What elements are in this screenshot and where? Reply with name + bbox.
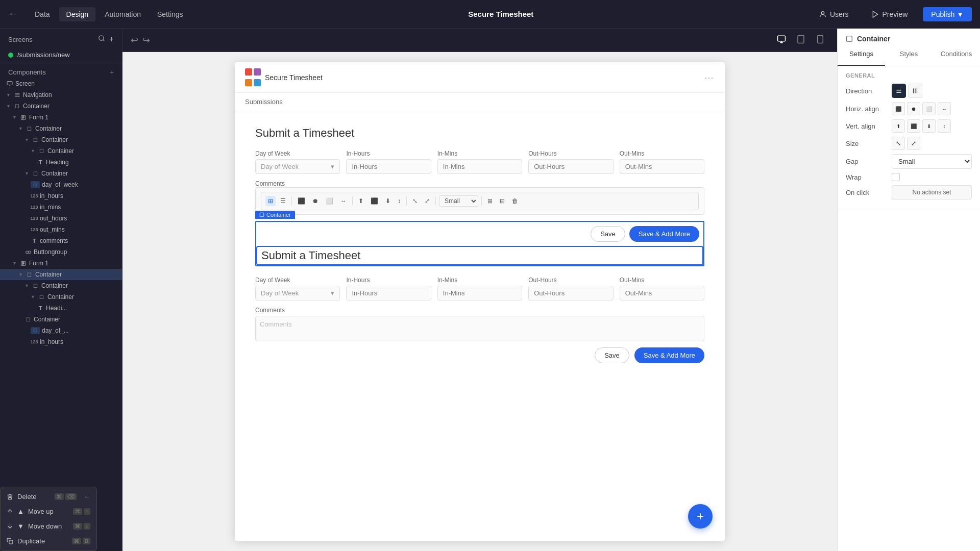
expand-btn[interactable]: ⤢ xyxy=(422,196,432,206)
context-menu-move-down[interactable]: ▼ Move down ⌘↓ xyxy=(1,519,96,534)
form2-out-hours-input[interactable] xyxy=(528,286,613,300)
undo-button[interactable]: ↩ xyxy=(131,35,138,46)
tree-item-out-hours[interactable]: 123 out_hours xyxy=(0,213,122,224)
tree-item-container-0[interactable]: ▼ ☐ Container xyxy=(0,101,122,112)
comments-input2[interactable]: Comments xyxy=(255,316,704,341)
rs-tab-conditions[interactable]: Conditions xyxy=(933,43,980,66)
redo-button[interactable]: ↪ xyxy=(142,35,150,46)
tree-item-in-hours-f2[interactable]: 123 in_hours xyxy=(0,336,122,347)
day-of-week-select[interactable]: Day of Week ▾ xyxy=(255,159,340,174)
tree-item-container-l3a[interactable]: ▼ ☐ Container xyxy=(0,134,122,145)
valign-top-btn[interactable]: ⬆ xyxy=(356,196,366,206)
fab-button[interactable]: + xyxy=(688,504,713,529)
in-hours-input[interactable] xyxy=(346,159,431,174)
tree-item-in-hours[interactable]: 123 in_hours xyxy=(0,190,122,202)
tree-item-navigation[interactable]: ▼ Navigation xyxy=(0,89,122,101)
mobile-view-button[interactable] xyxy=(812,33,829,47)
size-shrink-btn[interactable]: ⤡ xyxy=(892,137,905,150)
in-mins-input[interactable] xyxy=(437,159,522,174)
form2-in-hours-input[interactable] xyxy=(346,286,431,300)
tree-item-form1[interactable]: ▼ Form 1 xyxy=(0,112,122,123)
tree-item-container-f2l3b[interactable]: ☐ Container xyxy=(0,314,122,325)
direction-horizontal-btn[interactable] xyxy=(892,84,906,98)
tree-item-heading[interactable]: T Heading xyxy=(0,157,122,168)
shrink-btn[interactable]: ⤡ xyxy=(410,196,420,206)
size-expand-btn[interactable]: ⤢ xyxy=(907,137,920,150)
valign-bot-btn[interactable]: ⬇ xyxy=(383,196,393,206)
form2-save-btn[interactable]: Save xyxy=(595,347,629,363)
rs-tab-settings[interactable]: Settings xyxy=(838,43,885,66)
form2-save-add-btn[interactable]: Save & Add More xyxy=(634,347,704,363)
vert-align-top-btn[interactable]: ⬆ xyxy=(892,119,905,133)
horiz-align-right-btn[interactable]: ⬜ xyxy=(922,102,936,115)
grid-btn[interactable]: ⊞ xyxy=(485,196,495,206)
save-btn-overlay[interactable]: Save xyxy=(591,226,625,242)
tree-item-in-mins[interactable]: 123 in_mins xyxy=(0,202,122,213)
context-menu-duplicate[interactable]: Duplicate ⌘D xyxy=(1,534,96,548)
align-right-btn[interactable]: ⬜ xyxy=(323,196,336,206)
title-input-editing[interactable] xyxy=(256,246,703,265)
preview-button[interactable]: Preview xyxy=(864,7,915,21)
horiz-align-center-btn[interactable]: ⏺ xyxy=(907,102,920,115)
rs-wrap-checkbox[interactable] xyxy=(892,173,900,181)
horiz-align-left-btn[interactable]: ⬛ xyxy=(892,102,905,115)
publish-button[interactable]: Publish ▼ xyxy=(923,7,972,21)
tree-item-container-l3b[interactable]: ▼ ☐ Container xyxy=(0,168,122,179)
tablet-view-button[interactable] xyxy=(792,33,810,47)
nav-tab-data[interactable]: Data xyxy=(28,7,57,21)
context-menu-delete[interactable]: Delete ⌘⌫ ← xyxy=(1,489,96,504)
align-columns-btn[interactable]: ⊞ xyxy=(265,196,276,206)
vert-align-mid-btn[interactable]: ⬛ xyxy=(907,119,920,133)
save-add-btn-overlay[interactable]: Save & Add More xyxy=(629,226,699,242)
valign-stretch-btn[interactable]: ↕ xyxy=(395,196,403,206)
tree-item-comments[interactable]: T comments xyxy=(0,235,122,246)
align-list-btn[interactable]: ☰ xyxy=(278,196,288,206)
form2-day-of-week-select[interactable]: Day of Week ▾ xyxy=(255,286,340,300)
align-stretch-btn[interactable]: ↔ xyxy=(338,196,349,206)
tree-item-buttongroup[interactable]: Buttongroup xyxy=(0,246,122,258)
screen-item[interactable]: /submissions/new xyxy=(0,48,122,62)
users-button[interactable]: Users xyxy=(812,7,856,21)
desktop-view-button[interactable] xyxy=(773,33,790,47)
tree-item-heading-f2[interactable]: T Headi... xyxy=(0,303,122,314)
tree-item-container-l2[interactable]: ▼ ☐ Container xyxy=(0,123,122,134)
add-screen-button[interactable]: + xyxy=(109,35,114,44)
delete-toolbar-btn[interactable]: 🗑 xyxy=(509,196,521,206)
rs-no-actions-btn[interactable]: No actions set xyxy=(892,185,972,199)
tree-item-screen[interactable]: Screen xyxy=(0,78,122,89)
tree-item-form1b[interactable]: ▼ Form 1 xyxy=(0,258,122,269)
rs-gap-select[interactable]: Small Medium Large None xyxy=(892,154,972,169)
tree-item-day-of-f2[interactable]: ☐ day_of_... xyxy=(0,325,122,336)
tree-item-out-mins[interactable]: 123 out_mins xyxy=(0,224,122,235)
back-button[interactable]: ← xyxy=(8,9,17,19)
search-icon[interactable] xyxy=(98,35,105,42)
selected-container[interactable]: Container Save Save & Add More xyxy=(255,221,704,266)
nav-tab-design[interactable]: Design xyxy=(59,7,96,21)
nav-tab-settings[interactable]: Settings xyxy=(150,7,190,21)
direction-vertical-btn[interactable] xyxy=(908,84,922,98)
tree-item-container-f2l4[interactable]: ▼ ☐ Container xyxy=(0,291,122,303)
app-menu-icon[interactable]: ⋯ xyxy=(704,72,715,83)
tree-item-day-of-week[interactable]: ☐ day_of_week xyxy=(0,179,122,190)
horiz-align-space-btn[interactable]: ↔ xyxy=(938,102,951,115)
add-component-button[interactable]: + xyxy=(110,68,114,76)
context-menu-move-up[interactable]: ▲ Move up ⌘↑ xyxy=(1,504,96,519)
form2-out-mins-input[interactable] xyxy=(620,286,704,300)
in-hours-label: In-Hours xyxy=(346,150,431,157)
size-select[interactable]: Small Medium Large xyxy=(439,195,478,207)
tree-item-container-l4a[interactable]: ▼ ☐ Container xyxy=(0,145,122,157)
vert-align-bot-btn[interactable]: ⬇ xyxy=(922,119,936,133)
out-hours-input[interactable] xyxy=(528,159,613,174)
table-btn[interactable]: ⊟ xyxy=(497,196,507,206)
align-center-btn[interactable]: ⏺ xyxy=(310,196,321,206)
valign-mid-btn[interactable]: ⬛ xyxy=(368,196,381,206)
align-left-btn[interactable]: ⬛ xyxy=(295,196,308,206)
rs-tab-styles[interactable]: Styles xyxy=(885,43,933,66)
tree-item-container-f2l3[interactable]: ▼ ☐ Container xyxy=(0,280,122,291)
nav-tab-automation[interactable]: Automation xyxy=(97,7,148,21)
form2-in-mins-input[interactable] xyxy=(437,286,522,300)
tree-item-container-selected[interactable]: ▼ ☐ Container xyxy=(0,269,122,280)
comments-input1[interactable]: ⊞ ☰ ⬛ ⏺ ⬜ ↔ ⬆ ⬛ ⬇ ↕ xyxy=(255,187,704,215)
out-mins-input[interactable] xyxy=(620,159,704,174)
vert-align-stretch-btn[interactable]: ↕ xyxy=(938,119,951,133)
